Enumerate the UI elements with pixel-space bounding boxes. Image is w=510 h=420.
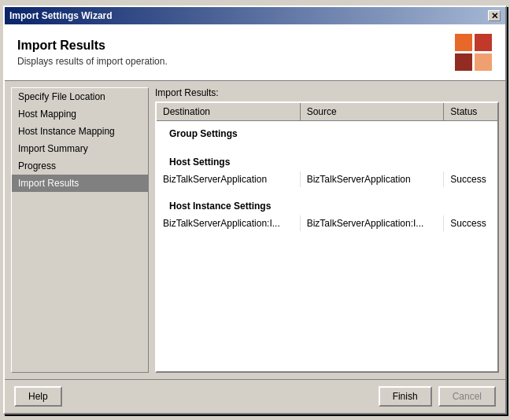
section-title-host-instance: Host Instance Settings: [163, 196, 491, 213]
dialog-title: Import Settings Wizard: [9, 10, 113, 21]
section-row-group: Group Settings: [157, 121, 497, 144]
bottom-bar: Help Finish Cancel: [5, 379, 505, 413]
sidebar-item-progress[interactable]: Progress: [12, 157, 148, 175]
cell-source-1: BizTalkServerApplication: [300, 171, 444, 187]
sidebar-item-host-instance-mapping[interactable]: Host Instance Mapping: [12, 123, 148, 140]
page-title: Import Results: [17, 39, 168, 53]
main-panel: Import Results: Destination Source Statu…: [155, 87, 499, 373]
sidebar: Specify File Location Host Mapping Host …: [11, 87, 149, 373]
finish-button[interactable]: Finish: [379, 386, 432, 407]
section-row-host-instance: Host Instance Settings: [157, 193, 497, 216]
cell-source-2: BizTalkServerApplication:I...: [300, 216, 444, 231]
section-title-host: Host Settings: [163, 152, 491, 169]
cancel-button[interactable]: Cancel: [438, 386, 496, 407]
dialog-window: Import Settings Wizard ✕ Import Results …: [3, 6, 507, 414]
sidebar-item-import-summary[interactable]: Import Summary: [12, 140, 148, 157]
header-area: Import Results Displays results of impor…: [5, 24, 505, 81]
header-text: Import Results Displays results of impor…: [17, 39, 168, 67]
title-bar: Import Settings Wizard ✕: [5, 7, 505, 24]
cell-destination-1: BizTalkServerApplication: [157, 171, 300, 187]
help-button[interactable]: Help: [14, 386, 62, 407]
cell-status-2: Success: [444, 216, 497, 231]
sidebar-item-specify-file-location[interactable]: Specify File Location: [12, 88, 148, 105]
sidebar-item-import-results[interactable]: Import Results: [12, 175, 148, 192]
table-header-row: Destination Source Status: [157, 103, 497, 121]
logo-square-2: [475, 34, 492, 51]
cell-status-1: Success: [444, 171, 497, 187]
section-row-host: Host Settings: [157, 149, 497, 171]
sidebar-item-host-mapping[interactable]: Host Mapping: [12, 105, 148, 123]
content-area: Specify File Location Host Mapping Host …: [5, 81, 505, 379]
results-label: Import Results:: [155, 87, 499, 98]
logo-square-4: [475, 53, 492, 71]
results-container: Destination Source Status Group Settings: [155, 101, 499, 373]
table-row: BizTalkServerApplication BizTalkServerAp…: [157, 171, 497, 187]
results-table: Destination Source Status Group Settings: [157, 103, 497, 231]
col-header-destination: Destination: [157, 103, 300, 121]
table-row: BizTalkServerApplication:I... BizTalkSer…: [157, 216, 497, 231]
logo-square-3: [455, 53, 472, 71]
close-button[interactable]: ✕: [488, 10, 501, 21]
logo-square-1: [455, 34, 472, 51]
col-header-source: Source: [300, 103, 444, 121]
action-buttons: Finish Cancel: [379, 386, 496, 407]
logo: [455, 34, 493, 72]
col-header-status: Status: [444, 103, 497, 121]
section-title-group: Group Settings: [163, 123, 491, 141]
cell-destination-2: BizTalkServerApplication:I...: [157, 216, 300, 231]
page-subtitle: Displays results of import operation.: [17, 56, 168, 67]
